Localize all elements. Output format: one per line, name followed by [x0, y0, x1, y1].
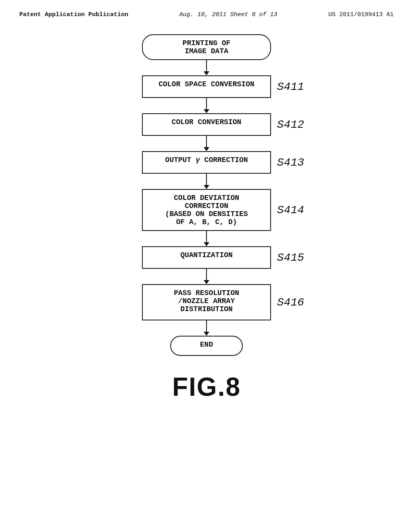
step-s414-num: S414 — [277, 204, 304, 216]
page-header: Patent Application Publication Aug. 18, … — [0, 0, 413, 18]
step-s412-box: COLOR CONVERSION — [142, 113, 271, 136]
step-s415-container: QUANTIZATION S415 — [142, 246, 271, 269]
step-s413-box: OUTPUT γ CORRECTION — [142, 151, 271, 174]
arrow-3 — [206, 136, 207, 148]
arrow-1 — [206, 60, 207, 72]
step-s414-container: COLOR DEVIATIONCORRECTION(BASED ON DENSI… — [142, 189, 271, 231]
step-s411-box: COLOR SPACE CONVERSION — [142, 75, 271, 98]
flowchart-diagram: PRINTING OFIMAGE DATA COLOR SPACE CONVER… — [0, 18, 413, 402]
arrow-2 — [206, 98, 207, 110]
step-s412-num: S412 — [277, 118, 304, 131]
step-s416-container: PASS RESOLUTION/NOZZLE ARRAYDISTRIBUTION… — [142, 284, 271, 320]
figure-label: FIG.8 — [172, 372, 241, 402]
step-s413-num: S413 — [277, 156, 304, 169]
step-s416-label: PASS RESOLUTION/NOZZLE ARRAYDISTRIBUTION — [174, 289, 239, 313]
step-s415-label: QUANTIZATION — [180, 251, 233, 259]
step-s415-box: QUANTIZATION — [142, 246, 271, 269]
step-s411-num: S411 — [277, 81, 304, 93]
step-s413-container: OUTPUT γ CORRECTION S413 — [142, 151, 271, 174]
end-node: END — [170, 336, 243, 356]
arrow-6 — [206, 269, 207, 281]
step-s414-label: COLOR DEVIATIONCORRECTION(BASED ON DENSI… — [165, 194, 248, 226]
arrow-7 — [206, 320, 207, 332]
header-left: Patent Application Publication — [19, 11, 128, 18]
step-s411-label: COLOR SPACE CONVERSION — [159, 80, 254, 88]
start-box: PRINTING OFIMAGE DATA — [142, 34, 271, 60]
step-s413-label: OUTPUT γ CORRECTION — [165, 156, 248, 164]
start-node: PRINTING OFIMAGE DATA — [142, 34, 271, 60]
start-label: PRINTING OFIMAGE DATA — [183, 39, 231, 55]
step-s414-box: COLOR DEVIATIONCORRECTION(BASED ON DENSI… — [142, 189, 271, 231]
step-s415-num: S415 — [277, 251, 304, 264]
arrow-4 — [206, 174, 207, 186]
header-right: US 2011/0199413 A1 — [328, 11, 394, 18]
step-s416-box: PASS RESOLUTION/NOZZLE ARRAYDISTRIBUTION — [142, 284, 271, 320]
step-s412-container: COLOR CONVERSION S412 — [142, 113, 271, 136]
header-center: Aug. 18, 2011 Sheet 8 of 13 — [179, 11, 277, 18]
step-s411-container: COLOR SPACE CONVERSION S411 — [142, 75, 271, 98]
arrow-5 — [206, 231, 207, 243]
end-label: END — [200, 341, 213, 349]
end-box: END — [170, 336, 243, 356]
step-s412-label: COLOR CONVERSION — [172, 118, 242, 126]
step-s416-num: S416 — [277, 296, 304, 309]
